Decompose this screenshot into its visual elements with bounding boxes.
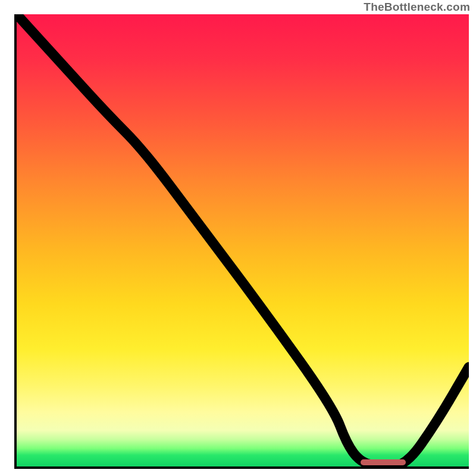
curve-path — [17, 14, 469, 466]
bottleneck-curve — [17, 14, 469, 466]
chart-frame: TheBottleneck.com — [0, 0, 476, 476]
plot-area — [14, 14, 469, 469]
watermark-text: TheBottleneck.com — [364, 1, 470, 12]
optimal-range-marker — [361, 459, 406, 465]
